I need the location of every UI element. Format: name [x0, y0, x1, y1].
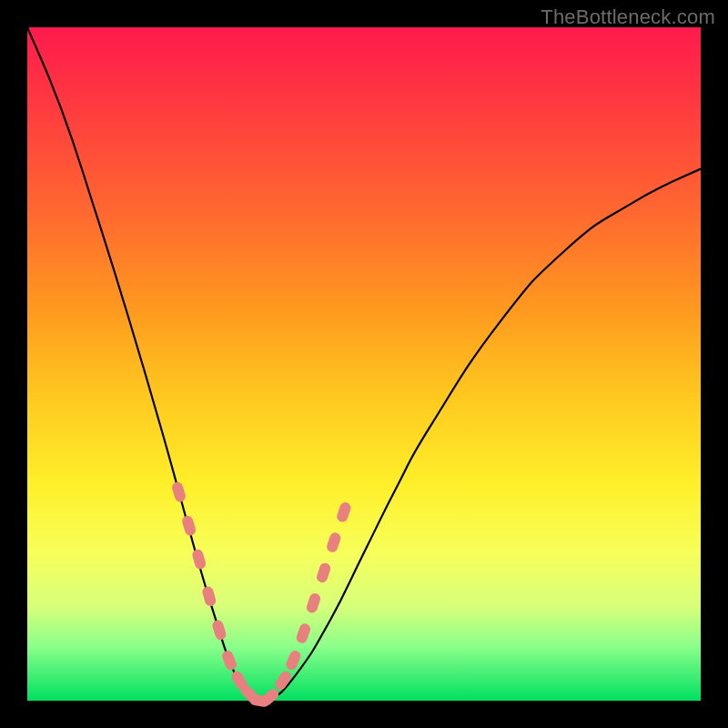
chart-svg — [27, 27, 701, 701]
marker-point — [191, 548, 207, 570]
chart-frame: TheBottleneck.com — [0, 0, 728, 728]
marker-point — [220, 649, 238, 672]
marker-point — [336, 500, 352, 523]
marker-point — [171, 480, 187, 503]
marker-point — [201, 585, 217, 607]
marker-group — [171, 480, 352, 708]
marker-point — [326, 531, 342, 554]
curve-line — [27, 27, 701, 704]
marker-point — [295, 622, 312, 645]
marker-point — [315, 561, 331, 584]
marker-point — [305, 592, 321, 614]
chart-plot-area — [27, 27, 701, 701]
watermark-text: TheBottleneck.com — [541, 5, 715, 29]
marker-point — [181, 514, 197, 537]
marker-point — [273, 669, 293, 692]
marker-point — [211, 619, 228, 642]
